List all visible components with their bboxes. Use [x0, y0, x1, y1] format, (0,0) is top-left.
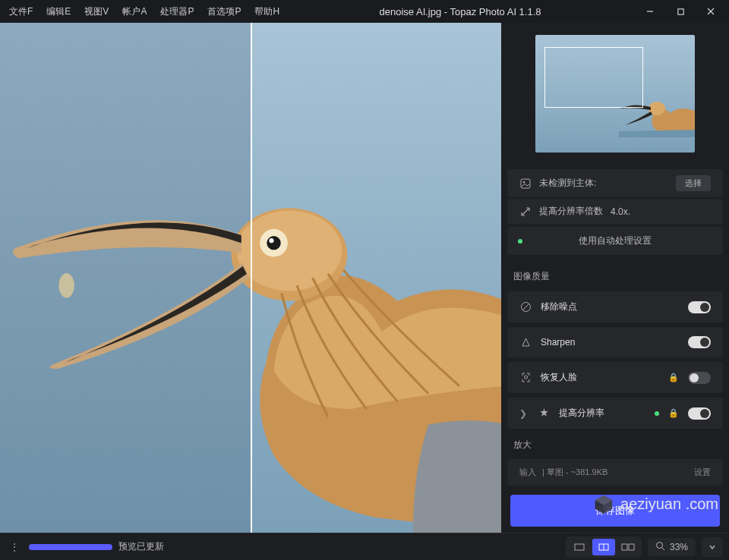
- preview-canvas[interactable]: [0, 23, 501, 533]
- enhance-resolution-toggle[interactable]: [688, 407, 711, 420]
- collapse-sidebar-button[interactable]: [702, 537, 723, 557]
- svg-point-15: [524, 376, 527, 379]
- subject-label: 未检测到主体:: [539, 177, 596, 190]
- menu-edit[interactable]: 编辑E: [40, 2, 77, 21]
- scale-settings-button[interactable]: 设置: [694, 467, 711, 478]
- sharpen-icon: [519, 336, 532, 348]
- svg-point-21: [656, 542, 662, 548]
- view-single-button[interactable]: [568, 539, 591, 555]
- svg-rect-1: [677, 8, 683, 14]
- remove-noise-label: 移除噪点: [541, 300, 679, 313]
- scale-input-label: 输入: [519, 467, 536, 478]
- svg-point-7: [267, 236, 280, 250]
- svg-point-12: [523, 181, 525, 182]
- subject-icon: [519, 178, 532, 190]
- chevron-right-icon: ❯: [519, 408, 529, 419]
- sharpen-label: Sharpen: [541, 337, 679, 348]
- sharpen-toggle[interactable]: [688, 336, 711, 348]
- noise-icon: [519, 301, 532, 313]
- remove-noise-row[interactable]: 移除噪点: [507, 291, 723, 322]
- scale-input-desc: | 草图 - ~381.9KB: [542, 467, 608, 478]
- navigator-thumbnail-wrap: [501, 23, 729, 165]
- view-mode-group: [566, 536, 642, 558]
- menu-help[interactable]: 帮助H: [248, 2, 286, 21]
- svg-line-22: [661, 547, 664, 550]
- zoom-icon: [655, 541, 665, 553]
- view-side-by-side-button[interactable]: [617, 539, 639, 555]
- upscale-icon: [519, 206, 532, 218]
- more-menu-button[interactable]: ⋮: [6, 539, 23, 555]
- lock-icon: 🔒: [668, 408, 679, 418]
- auto-settings-button[interactable]: 使用自动处理设置: [507, 227, 723, 255]
- face-recovery-row[interactable]: 恢复人脸 🔒: [507, 362, 723, 393]
- face-recovery-toggle[interactable]: [688, 372, 711, 384]
- menu-processor[interactable]: 处理器P: [154, 2, 200, 21]
- enhance-icon: [538, 407, 550, 420]
- titlebar: 文件F 编辑E 视图V 帐户A 处理器P 首选项P 帮助H denoise AI…: [0, 0, 729, 23]
- scale-info-row: 输入 | 草图 - ~381.9KB 设置: [507, 459, 723, 486]
- navigator-thumbnail[interactable]: [535, 35, 695, 153]
- maximize-button[interactable]: [665, 0, 696, 23]
- menu-file[interactable]: 文件F: [3, 2, 39, 21]
- auto-status-dot: [518, 239, 522, 244]
- svg-point-5: [237, 210, 342, 291]
- face-recovery-label: 恢复人脸: [541, 371, 659, 384]
- svg-point-9: [58, 273, 74, 298]
- lock-icon: 🔒: [668, 373, 679, 382]
- zoom-control[interactable]: 33%: [648, 538, 696, 556]
- subject-detection-row: 未检测到主体: 选择: [507, 169, 723, 197]
- enhance-status-dot: [655, 411, 659, 416]
- svg-rect-19: [622, 544, 627, 550]
- menu-account[interactable]: 帐户A: [116, 2, 153, 21]
- right-sidebar: 未检测到主体: 选择 提高分辨率倍数 4.0x. 使用自动处理设置 图像质量 移…: [501, 23, 729, 533]
- view-split-button[interactable]: [592, 539, 615, 555]
- svg-rect-11: [521, 179, 530, 188]
- menu-view[interactable]: 视图V: [78, 2, 115, 21]
- save-image-button[interactable]: 保存图像: [510, 495, 720, 527]
- window-controls: [635, 0, 726, 23]
- face-icon: [519, 372, 532, 384]
- enhance-resolution-row[interactable]: ❯ 提高分辨率 🔒: [507, 398, 723, 429]
- window-title: denoise AI.jpg - Topaz Photo AI 1.1.8: [286, 6, 635, 17]
- main-area: 未检测到主体: 选择 提高分辨率倍数 4.0x. 使用自动处理设置 图像质量 移…: [0, 23, 729, 533]
- minimize-button[interactable]: [635, 0, 665, 23]
- split-divider[interactable]: [251, 23, 252, 533]
- close-button[interactable]: [696, 0, 726, 23]
- upscale-info-row: 提高分辨率倍数 4.0x.: [507, 199, 723, 224]
- auto-settings-label: 使用自动处理设置: [579, 234, 652, 247]
- enhance-resolution-label: 提高分辨率: [559, 407, 645, 420]
- remove-noise-toggle[interactable]: [688, 301, 711, 313]
- svg-rect-16: [575, 544, 584, 550]
- scale-section-title: 放大: [501, 431, 729, 459]
- navigator-viewport-frame[interactable]: [544, 47, 643, 108]
- status-message: 预览已更新: [118, 540, 164, 553]
- menu-preferences[interactable]: 首选项P: [201, 2, 247, 21]
- menu-bar: 文件F 编辑E 视图V 帐户A 处理器P 首选项P 帮助H: [3, 2, 286, 21]
- image-quality-title: 图像质量: [501, 261, 729, 289]
- svg-rect-20: [629, 544, 634, 550]
- sharpen-row[interactable]: Sharpen: [507, 327, 723, 357]
- subject-select-button[interactable]: 选择: [676, 175, 711, 191]
- upscale-value: 4.0x.: [611, 206, 630, 217]
- svg-line-14: [522, 304, 529, 310]
- statusbar: ⋮ 预览已更新 33%: [0, 533, 729, 560]
- svg-point-8: [269, 238, 273, 243]
- zoom-value: 33%: [670, 542, 688, 552]
- settings-panel: 未检测到主体: 选择 提高分辨率倍数 4.0x. 使用自动处理设置: [501, 165, 729, 261]
- progress-bar: [29, 544, 112, 550]
- upscale-label: 提高分辨率倍数: [539, 205, 603, 218]
